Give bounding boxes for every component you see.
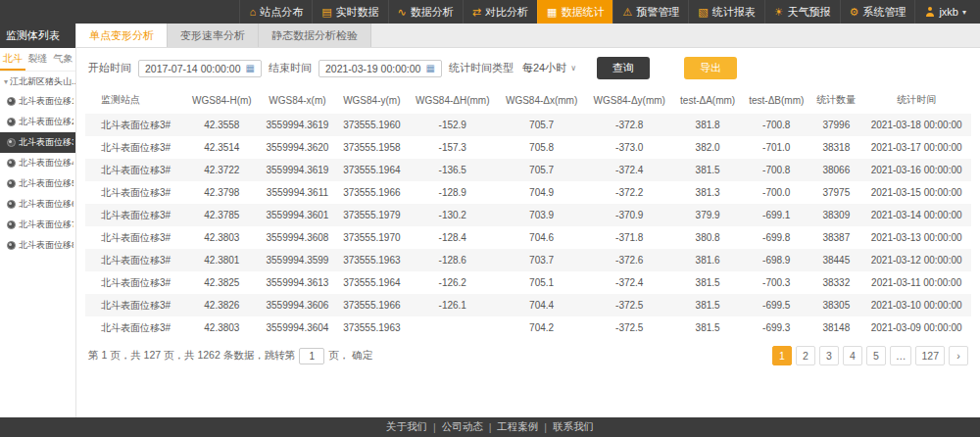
footer-link[interactable]: 公司动态	[442, 420, 483, 434]
table-cell: 2021-03-17 00:00:00	[861, 136, 971, 159]
column-header: WGS84-ΔH(mm)	[408, 86, 498, 114]
page-button-127[interactable]: 127	[915, 346, 945, 365]
table-cell: 2021-03-14 00:00:00	[861, 204, 971, 226]
table-cell: 380.8	[673, 226, 742, 249]
footer-link[interactable]: 工程案例	[497, 420, 538, 434]
sidebar-title: 监测体列表	[0, 24, 75, 48]
time-type-select[interactable]: 每24小时 ∨	[520, 59, 578, 77]
sidebar-item[interactable]: 北斗表面位移6#	[0, 194, 75, 215]
start-time-value: 2017-07-14 00:00:00	[145, 63, 241, 74]
table-cell: -370.9	[585, 204, 673, 226]
nav-item-label: 数据统计	[561, 5, 604, 20]
page-jump-input[interactable]	[299, 348, 324, 364]
nav-item-realtime-data[interactable]: ▤实时数据	[312, 0, 387, 24]
table-cell: 42.3722	[185, 159, 259, 181]
report-icon: ▧	[698, 7, 708, 18]
table-row: 北斗表面位移3#42.38013559994.3599373555.1963-1…	[85, 249, 971, 271]
end-time-input[interactable]: 2021-03-19 00:00:00 ▦	[318, 60, 442, 77]
table-cell: 42.3803	[185, 226, 259, 249]
footer-separator: |	[544, 421, 547, 433]
analysis-tabbar: 单点变形分析变形速率分析静态数据分析检验	[76, 24, 980, 48]
table-cell: -699.3	[742, 316, 810, 339]
app-window: ⌂站点分布▤实时数据∿数据分析⇄对比分析▦数据统计⚠预警管理▧统计报表☀天气预报…	[0, 0, 980, 437]
table-cell: 北斗表面位移3#	[85, 204, 185, 226]
sidebar-item[interactable]: 北斗表面位移5#	[0, 173, 75, 194]
top-navigation: ⌂站点分布▤实时数据∿数据分析⇄对比分析▦数据统计⚠预警管理▧统计报表☀天气预报…	[0, 0, 980, 24]
satellite-icon	[7, 179, 16, 188]
sidebar-item[interactable]: 北斗表面位移8#	[0, 235, 75, 256]
column-header: 监测站点	[85, 86, 185, 114]
sidebar-item[interactable]: 北斗表面位移1#	[0, 91, 75, 112]
page-button-3[interactable]: 3	[819, 346, 839, 365]
page-button-4[interactable]: 4	[843, 346, 862, 365]
nav-item-alert-management[interactable]: ⚠预警管理	[612, 0, 688, 24]
table-cell	[408, 316, 498, 339]
nav-item-weather-forecast[interactable]: ☀天气预报	[764, 0, 840, 24]
page-button-5[interactable]: 5	[866, 346, 886, 365]
page-ellipsis[interactable]: …	[890, 346, 912, 365]
nav-item-site-distribution[interactable]: ⌂站点分布	[239, 0, 312, 24]
footer-link[interactable]: 关于我们	[386, 420, 427, 434]
table-cell: 2021-03-16 00:00:00	[861, 159, 971, 181]
table-row: 北斗表面位移3#42.38033559994.3608373555.1970-1…	[85, 226, 971, 249]
jump-confirm-button[interactable]: 确定	[352, 349, 372, 363]
table-cell: 38445	[810, 249, 861, 271]
table-cell: 42.3558	[185, 114, 259, 136]
table-cell: 北斗表面位移3#	[85, 159, 185, 181]
page-button-2[interactable]: 2	[796, 346, 815, 365]
table-cell: 3559994.3611	[259, 181, 336, 204]
nav-item-system-management[interactable]: ⚙系统管理	[840, 0, 915, 24]
export-button[interactable]: 导出	[684, 57, 737, 79]
table-row: 北斗表面位移3#42.35143559994.3620373555.1958-1…	[85, 136, 971, 159]
table-cell: -371.8	[585, 226, 673, 249]
nav-item-compare-analysis[interactable]: ⇄对比分析	[463, 0, 537, 24]
footer-separator: |	[433, 421, 436, 433]
table-cell: 705.7	[498, 114, 586, 136]
user-menu[interactable]: jxkb ▾	[914, 0, 980, 24]
nav-item-label: 统计报表	[712, 5, 756, 20]
nav-item-statistics-report[interactable]: ▧统计报表	[688, 0, 763, 24]
table-cell: 373555.1964	[336, 271, 408, 294]
table-cell: 703.9	[498, 204, 586, 226]
satellite-icon	[7, 118, 16, 126]
next-page-button[interactable]: ›	[949, 346, 968, 365]
tab-deformation-rate[interactable]: 变形速率分析	[168, 24, 259, 47]
sidebar-item[interactable]: 北斗表面位移3#	[0, 132, 75, 153]
sidebar-item[interactable]: 北斗表面位移2#	[0, 112, 75, 132]
sidebar-item[interactable]: 北斗表面位移4#	[0, 153, 75, 173]
sidebar-tabs: 北斗裂缝气象	[0, 48, 75, 72]
table-cell: 38066	[810, 159, 861, 181]
footer-link[interactable]: 联系我们	[553, 420, 594, 434]
table-cell: 373555.1960	[336, 114, 408, 136]
sidebar-tab-crack[interactable]: 裂缝	[25, 48, 51, 71]
table-cell: 373555.1963	[336, 249, 408, 271]
sidebar-tab-beidou[interactable]: 北斗	[0, 48, 25, 71]
nav-item-data-analysis[interactable]: ∿数据分析	[388, 0, 463, 24]
table-cell: 381.5	[673, 271, 742, 294]
table-cell: -128.4	[408, 226, 498, 249]
table-cell: 3559994.3613	[259, 271, 336, 294]
table-cell: 381.8	[673, 114, 742, 136]
chevron-down-icon: ▾	[962, 8, 966, 17]
table-cell: 381.6	[673, 249, 742, 271]
sidebar-tab-weather[interactable]: 气象	[50, 48, 75, 71]
statistics-icon: ▦	[547, 7, 557, 18]
column-header: 统计数量	[810, 86, 861, 114]
tab-static-data-analysis[interactable]: 静态数据分析检验	[259, 24, 371, 47]
page-button-1[interactable]: 1	[772, 346, 792, 365]
table-cell: -372.8	[585, 114, 673, 136]
sidebar-item[interactable]: 北斗表面位移7#	[0, 215, 75, 235]
chart-icon: ∿	[398, 7, 407, 18]
table-cell: 38387	[810, 226, 861, 249]
tab-single-point-deformation[interactable]: 单点变形分析	[76, 24, 168, 47]
start-time-input[interactable]: 2017-07-14 00:00:00 ▦	[138, 60, 262, 77]
tree-root-node[interactable]: ▾ 江北新区猪头山...	[0, 72, 75, 91]
query-button[interactable]: 查询	[597, 57, 650, 79]
table-row: 北斗表面位移3#42.35583559994.3619373555.1960-1…	[85, 114, 971, 136]
table-cell: -699.1	[742, 204, 810, 226]
table-cell: 373555.1964	[336, 159, 408, 181]
sidebar-item-label: 北斗表面位移8#	[19, 239, 74, 252]
table-cell: 373555.1963	[336, 316, 408, 339]
nav-item-data-statistics[interactable]: ▦数据统计	[537, 0, 612, 24]
table-cell: -699.8	[742, 226, 810, 249]
